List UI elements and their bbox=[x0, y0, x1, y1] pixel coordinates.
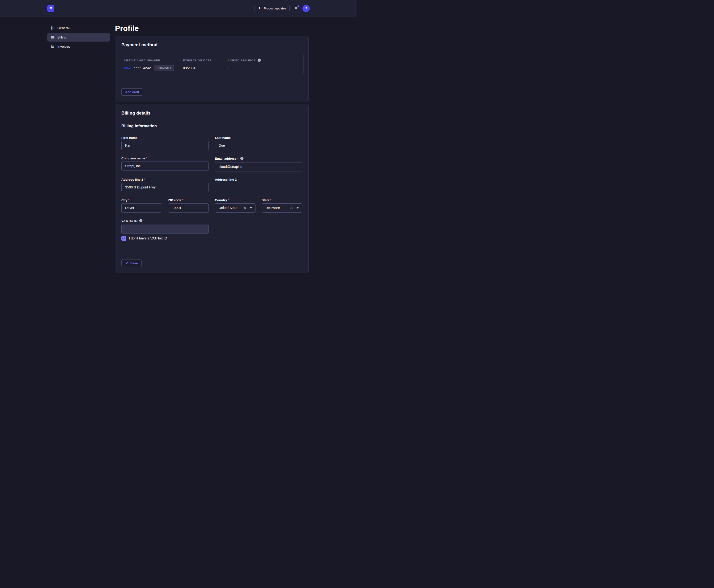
no-vat-checkbox[interactable] bbox=[121, 236, 126, 241]
email-label: Email address* bbox=[215, 156, 302, 161]
top-header: Product updates bbox=[0, 0, 357, 17]
add-card-button[interactable]: Add card bbox=[121, 88, 143, 96]
strapi-logo[interactable] bbox=[47, 5, 54, 12]
first-name-input[interactable] bbox=[121, 141, 209, 150]
state-field-group: State* Delaware bbox=[261, 198, 302, 212]
payment-method-title: Payment method bbox=[121, 42, 302, 48]
invoice-icon: $ bbox=[50, 44, 55, 49]
email-field-group: Email address* bbox=[215, 156, 302, 171]
column-credit-card-number: CREDIT CARD NUMBER bbox=[124, 59, 183, 62]
payment-method-card: Payment method CREDIT CARD NUMBER EXPIRA… bbox=[115, 36, 309, 102]
company-name-label: Company name* bbox=[121, 156, 209, 160]
address2-input[interactable] bbox=[215, 183, 302, 192]
form-row-address: Address line 1* Address line 2 bbox=[121, 178, 302, 192]
sidebar-item-general[interactable]: General bbox=[47, 24, 110, 33]
address1-label: Address line 1* bbox=[121, 178, 209, 182]
main-content: Profile Payment method CREDIT CARD NUMBE… bbox=[115, 24, 309, 275]
address1-input[interactable] bbox=[121, 183, 209, 192]
clear-icon[interactable] bbox=[290, 206, 293, 209]
form-row-name: First name Last name bbox=[121, 136, 302, 150]
notifications-bell-icon[interactable] bbox=[293, 6, 299, 11]
address2-field-group: Address line 2 bbox=[215, 178, 302, 192]
company-name-field-group: Company name* bbox=[121, 156, 209, 171]
notification-dot bbox=[297, 5, 299, 7]
billing-details-title: Billing details bbox=[121, 110, 302, 116]
city-input[interactable] bbox=[121, 203, 162, 212]
settings-sidebar: General Billing $ Invoices bbox=[47, 24, 110, 51]
first-name-label: First name bbox=[121, 136, 209, 140]
zip-input[interactable] bbox=[168, 203, 209, 212]
email-input[interactable] bbox=[215, 162, 302, 171]
column-expiration-date: EXPIRATION DATE bbox=[183, 59, 228, 62]
save-button[interactable]: Save bbox=[121, 259, 142, 267]
vat-field-group: VAT/Tax ID bbox=[121, 219, 209, 234]
country-label: Country* bbox=[215, 198, 255, 202]
credit-card-cell: VISA •••• 4242 PRIMARY bbox=[124, 65, 183, 71]
zip-field-group: ZIP code* bbox=[168, 198, 209, 212]
first-name-field-group: First name bbox=[121, 136, 209, 150]
product-updates-button[interactable]: Product updates bbox=[254, 5, 290, 12]
billing-details-card: Billing details Billing information Firs… bbox=[115, 104, 309, 273]
sliders-icon bbox=[50, 26, 55, 30]
info-icon[interactable] bbox=[139, 219, 143, 224]
vat-label: VAT/Tax ID bbox=[121, 219, 209, 224]
address2-label: Address line 2 bbox=[215, 178, 302, 182]
form-row-company-email: Company name* Email address* bbox=[121, 156, 302, 171]
sidebar-item-label: General bbox=[57, 26, 70, 30]
vat-checkbox-row: I don't have a VAT/Tax ID bbox=[121, 236, 302, 241]
sidebar-item-invoices[interactable]: $ Invoices bbox=[47, 42, 110, 51]
sparkles-icon bbox=[258, 6, 261, 10]
city-field-group: City* bbox=[121, 198, 162, 212]
city-label: City* bbox=[121, 198, 162, 202]
card-number-dots: •••• bbox=[134, 66, 142, 70]
form-row-location: City* ZIP code* Country* United State bbox=[121, 198, 302, 212]
chevron-down-icon[interactable] bbox=[296, 206, 299, 209]
column-linked-project: LINKED PROJECT bbox=[228, 58, 300, 62]
state-select[interactable]: Delaware bbox=[261, 203, 302, 212]
card-last4: 4242 bbox=[143, 66, 151, 70]
info-icon[interactable] bbox=[240, 156, 244, 161]
visa-logo: VISA bbox=[124, 66, 131, 70]
strapi-logo-icon bbox=[49, 6, 53, 11]
clear-icon[interactable] bbox=[243, 206, 246, 209]
user-avatar[interactable] bbox=[302, 5, 310, 12]
expiration-cell: 09/2034 bbox=[183, 66, 228, 70]
country-field-group: Country* United State bbox=[215, 198, 255, 212]
country-select[interactable]: United State bbox=[215, 203, 255, 212]
form-row-vat: VAT/Tax ID bbox=[121, 219, 302, 234]
payment-methods-table: CREDIT CARD NUMBER EXPIRATION DATE LINKE… bbox=[120, 54, 303, 75]
save-label: Save bbox=[130, 261, 138, 265]
sidebar-item-billing[interactable]: Billing bbox=[47, 33, 110, 42]
address1-field-group: Address line 1* bbox=[121, 178, 209, 192]
last-name-label: Last name bbox=[215, 136, 302, 140]
info-icon[interactable] bbox=[257, 58, 261, 62]
sidebar-item-label: Billing bbox=[57, 36, 67, 39]
billing-information-title: Billing information bbox=[121, 124, 302, 129]
vat-input[interactable] bbox=[121, 225, 209, 234]
no-vat-checkbox-label: I don't have a VAT/Tax ID bbox=[129, 236, 167, 240]
zip-label: ZIP code* bbox=[168, 198, 209, 202]
page-title: Profile bbox=[115, 24, 309, 33]
state-label: State* bbox=[261, 198, 302, 202]
linked-project-cell: - bbox=[228, 66, 300, 70]
country-value: United State bbox=[219, 206, 240, 210]
check-icon bbox=[125, 261, 128, 265]
credit-card-icon bbox=[50, 35, 55, 39]
avatar-strapi-icon bbox=[304, 6, 308, 10]
last-name-input[interactable] bbox=[215, 141, 302, 150]
state-value: Delaware bbox=[266, 206, 287, 210]
company-name-input[interactable] bbox=[121, 162, 209, 171]
chevron-down-icon[interactable] bbox=[249, 206, 252, 209]
product-updates-label: Product updates bbox=[264, 7, 286, 10]
billing-card-divider bbox=[121, 253, 302, 253]
add-card-label: Add card bbox=[125, 90, 139, 94]
last-name-field-group: Last name bbox=[215, 136, 302, 150]
header-actions: Product updates bbox=[254, 5, 310, 12]
sidebar-item-label: Invoices bbox=[57, 45, 70, 48]
primary-badge: PRIMARY bbox=[154, 65, 174, 71]
